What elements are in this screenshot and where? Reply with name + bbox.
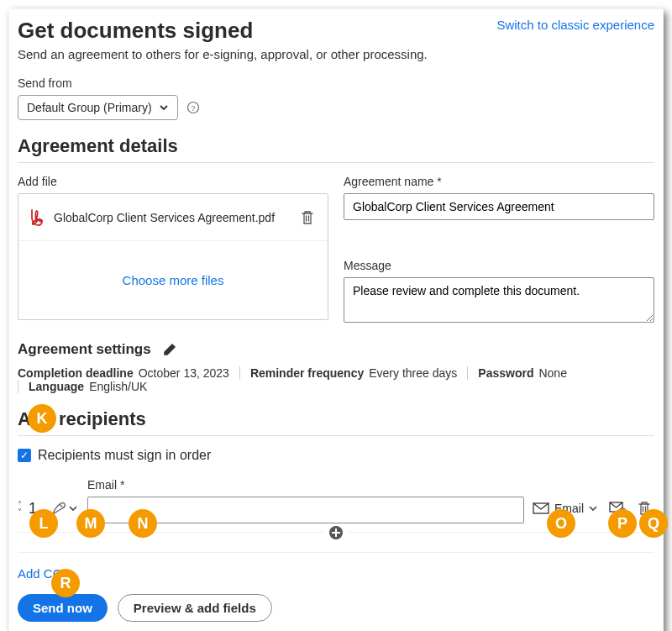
edit-settings-button[interactable] [160,343,180,356]
message-textarea[interactable]: Please review and complete this document… [344,277,654,323]
envelope-icon [533,502,549,514]
preview-add-fields-button[interactable]: Preview & add fields [118,594,272,622]
annotation-marker: P [608,509,637,538]
send-now-button[interactable]: Send now [18,594,108,622]
agreement-name-label: Agreement name * [344,175,654,188]
annotation-marker: O [547,509,575,538]
add-recipient-button[interactable] [323,525,349,540]
message-label: Message [344,259,654,272]
chevron-down-icon [159,103,169,113]
chevron-down-icon[interactable]: ˅ [18,508,22,516]
annotation-marker: R [51,569,80,597]
choose-more-files-button[interactable]: Choose more files [18,241,328,319]
chevron-down-icon [69,504,77,513]
add-recipients-heading: Add recipients [18,408,654,430]
agreement-details-heading: Agreement details [18,135,654,157]
pdf-icon [29,208,45,227]
help-icon[interactable]: ? [186,101,200,114]
page-title: Get documents signed [18,18,428,44]
divider [18,552,654,553]
agreement-name-input[interactable] [344,193,654,220]
recipient-email-label: Email * [87,478,524,492]
page-subtitle: Send an agreement to others for e-signin… [18,47,428,61]
chevron-down-icon [589,504,597,513]
file-entry: GlobalCorp Client Services Agreement.pdf [18,194,328,241]
file-box: GlobalCorp Client Services Agreement.pdf… [18,193,328,320]
annotation-marker: N [129,509,157,538]
send-from-value: Default Group (Primary) [27,101,152,114]
annotation-marker: L [29,509,58,538]
settings-summary: Completion deadlineOctober 13, 2023 Remi… [18,366,654,393]
sign-in-order-label: Recipients must sign in order [38,448,211,463]
agreement-settings-heading: Agreement settings [18,341,151,358]
file-name: GlobalCorp Client Services Agreement.pdf [54,211,275,224]
delete-file-button[interactable] [297,210,318,225]
switch-classic-link[interactable]: Switch to classic experience [496,18,654,32]
send-from-label: Send from [18,76,654,90]
annotation-marker: M [76,509,105,538]
annotation-marker: K [28,404,56,433]
add-file-label: Add file [18,175,328,188]
sign-in-order-checkbox[interactable]: ✓ [18,449,31,462]
svg-text:?: ? [191,104,195,113]
send-from-select[interactable]: Default Group (Primary) [18,95,178,120]
annotation-marker: Q [639,509,668,538]
divider [18,435,654,436]
divider [18,162,654,163]
